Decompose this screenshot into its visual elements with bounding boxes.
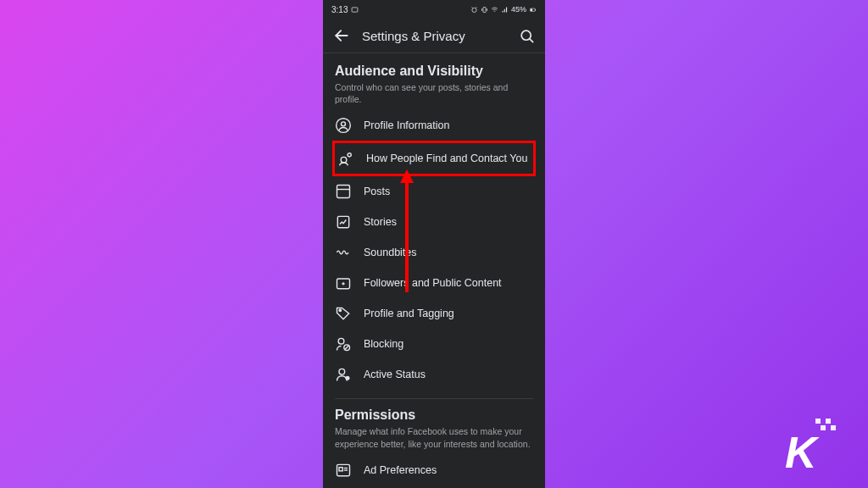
stories-icon bbox=[335, 214, 352, 230]
status-time: 3:13 bbox=[331, 5, 348, 14]
search-icon[interactable] bbox=[519, 28, 535, 44]
item-posts[interactable]: Posts bbox=[335, 176, 533, 207]
svg-rect-30 bbox=[815, 419, 821, 424]
item-label: How People Find and Contact You bbox=[366, 152, 527, 164]
svg-text:K: K bbox=[785, 428, 820, 473]
svg-rect-5 bbox=[535, 8, 536, 10]
item-label: Profile Information bbox=[364, 119, 449, 131]
section-title: Permissions bbox=[335, 408, 533, 423]
item-label: Stories bbox=[364, 216, 397, 228]
item-soundbites[interactable]: Soundbites bbox=[335, 237, 533, 268]
back-arrow-icon[interactable] bbox=[333, 27, 350, 44]
item-stories[interactable]: Stories bbox=[335, 207, 533, 237]
tag-icon bbox=[335, 305, 352, 322]
svg-point-12 bbox=[341, 158, 347, 164]
svg-point-23 bbox=[339, 369, 345, 375]
divider bbox=[335, 398, 533, 399]
svg-rect-31 bbox=[826, 419, 831, 424]
section-desc: Control who can see your posts, stories … bbox=[335, 81, 533, 105]
wifi-icon bbox=[491, 6, 498, 14]
item-blocking[interactable]: Blocking bbox=[335, 329, 533, 359]
item-label: Posts bbox=[364, 186, 390, 197]
svg-rect-32 bbox=[821, 425, 826, 430]
svg-rect-2 bbox=[483, 7, 486, 12]
battery-icon bbox=[529, 6, 537, 14]
people-search-icon bbox=[337, 150, 354, 167]
item-label: Soundbites bbox=[364, 247, 417, 258]
highlight-box: How People Find and Contact You bbox=[332, 141, 536, 176]
user-circle-icon bbox=[335, 117, 352, 134]
item-how-people-find[interactable]: How People Find and Contact You bbox=[337, 143, 531, 174]
item-profile-tagging[interactable]: Profile and Tagging bbox=[335, 298, 533, 329]
item-label: Active Status bbox=[364, 369, 426, 380]
battery-text: 45% bbox=[511, 5, 526, 14]
item-followers[interactable]: Followers and Public Content bbox=[335, 268, 533, 298]
svg-rect-13 bbox=[337, 186, 350, 198]
svg-point-11 bbox=[348, 153, 351, 157]
app-header: Settings & Privacy bbox=[323, 19, 545, 53]
svg-rect-4 bbox=[531, 8, 532, 11]
status-right: 45% bbox=[470, 5, 537, 14]
item-label: Ad Preferences bbox=[364, 464, 437, 476]
svg-point-20 bbox=[338, 339, 344, 345]
status-bar: 3:13 45% bbox=[323, 0, 545, 19]
svg-point-1 bbox=[472, 8, 476, 12]
section-title: Audience and Visibility bbox=[335, 64, 533, 79]
section-desc: Manage what info Facebook uses to make y… bbox=[335, 425, 533, 449]
svg-point-10 bbox=[342, 122, 346, 126]
svg-rect-15 bbox=[337, 217, 348, 228]
followers-icon bbox=[335, 274, 352, 291]
svg-line-22 bbox=[345, 346, 348, 349]
page-title: Settings & Privacy bbox=[362, 29, 507, 43]
svg-point-24 bbox=[346, 376, 350, 380]
blocking-icon bbox=[335, 336, 352, 352]
status-left: 3:13 bbox=[331, 5, 359, 14]
svg-line-8 bbox=[530, 38, 533, 42]
item-profile-information[interactable]: Profile Information bbox=[335, 110, 533, 141]
mobile-screen: 3:13 45% Settings & Privacy Audience and… bbox=[323, 0, 545, 488]
svg-point-9 bbox=[337, 119, 351, 133]
watermark-logo: K bbox=[775, 419, 851, 473]
item-label: Blocking bbox=[364, 338, 403, 350]
svg-rect-0 bbox=[353, 7, 359, 11]
active-status-icon bbox=[335, 366, 352, 383]
soundbites-icon bbox=[335, 244, 352, 261]
item-active-status[interactable]: Active Status bbox=[335, 359, 533, 390]
item-label: Followers and Public Content bbox=[364, 277, 502, 289]
section-permissions: Permissions Manage what info Facebook us… bbox=[323, 408, 545, 485]
signal-icon bbox=[501, 6, 509, 14]
item-label: Profile and Tagging bbox=[364, 308, 454, 319]
alarm-icon bbox=[470, 6, 478, 14]
svg-rect-33 bbox=[831, 425, 836, 430]
item-ad-preferences[interactable]: Ad Preferences bbox=[335, 455, 533, 485]
vibrate-icon bbox=[481, 6, 488, 14]
section-audience: Audience and Visibility Control who can … bbox=[323, 53, 545, 390]
posts-icon bbox=[335, 183, 352, 200]
svg-point-19 bbox=[339, 309, 342, 312]
ad-preferences-icon bbox=[335, 462, 352, 479]
svg-rect-26 bbox=[339, 467, 342, 470]
card-icon bbox=[351, 6, 359, 14]
